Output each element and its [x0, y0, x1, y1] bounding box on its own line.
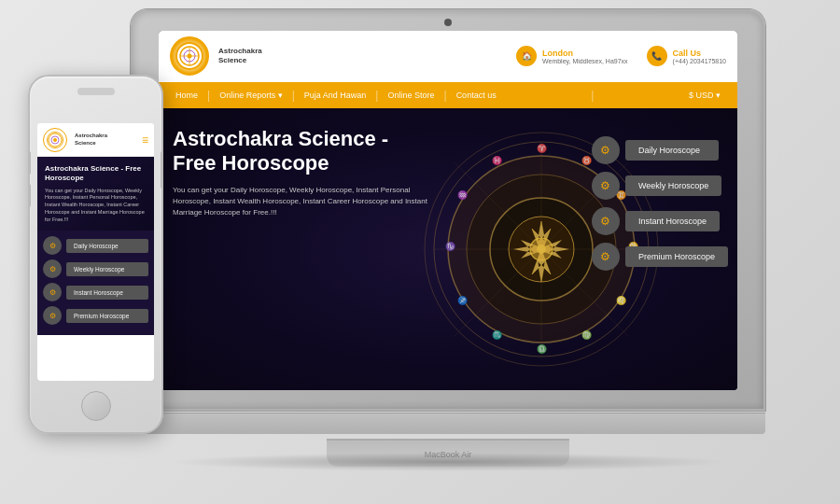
phone-body: AstrochakraScience ≡ Astrochakra Science… [28, 75, 163, 434]
phone-btn-daily-label: Daily Horoscope [66, 239, 148, 253]
phone-hero: Astrochakra Science - Free Horoscope You… [37, 157, 154, 231]
home-icon: 🏠 [516, 46, 537, 66]
currency-selector[interactable]: $ USD ▾ [681, 91, 728, 100]
svg-point-32 [537, 245, 546, 254]
hamburger-icon[interactable]: ≡ [142, 133, 148, 147]
phone: AstrochakraScience ≡ Astrochakra Science… [28, 75, 163, 434]
phone-hero-desc: You can get your Daily Horoscope, Weekly… [45, 188, 147, 223]
btn-instant[interactable]: ⚙ Instant Horoscope [592, 207, 728, 235]
phone-buttons: ⚙ Daily Horoscope ⚙ Weekly Horoscope ⚙ I… [37, 231, 154, 335]
phone-btn-instant-icon: ⚙ [43, 283, 62, 301]
contact-phone: 📞 Call Us (+44) 2034175810 [647, 46, 726, 66]
svg-text:♏: ♏ [492, 329, 503, 341]
phone-btn-weekly-label: Weekly Horoscope [66, 262, 148, 276]
location-sub: Wembley, Middlesex, Ha97xx [542, 58, 628, 64]
phone-power-btn [161, 151, 163, 189]
svg-text:♎: ♎ [537, 343, 548, 355]
svg-text:♍: ♍ [581, 329, 593, 341]
phone-site-header: AstrochakraScience ≡ [37, 123, 154, 157]
call-label: Call Us [673, 49, 726, 58]
btn-instant-icon: ⚙ [592, 207, 620, 235]
svg-text:♑: ♑ [445, 241, 456, 252]
hero-content: Astrochakra Science - Free Horoscope You… [173, 127, 434, 219]
svg-point-35 [53, 138, 57, 142]
phone-home-button[interactable] [81, 391, 111, 421]
hero-buttons: ⚙ Daily Horoscope ⚙ Weekly Horoscope ⚙ I… [592, 136, 728, 271]
phone-vol-up-btn [28, 151, 31, 175]
location-label: London [542, 49, 628, 58]
laptop-camera [444, 19, 452, 26]
btn-daily[interactable]: ⚙ Daily Horoscope [592, 136, 728, 164]
svg-text:♒: ♒ [457, 189, 469, 201]
svg-text:♓: ♓ [492, 155, 503, 166]
btn-weekly-label: Weekly Horoscope [625, 175, 721, 196]
phone-camera [77, 88, 115, 95]
svg-text:♐: ♐ [457, 295, 469, 306]
svg-point-4 [188, 54, 192, 59]
btn-weekly[interactable]: ⚙ Weekly Horoscope [592, 172, 728, 200]
site-hero: ♈ ♉ ♊ ♋ ♌ ♍ ♎ ♏ ♐ ♑ ♒ ♓ [159, 108, 737, 390]
laptop-screen: AstrochakraScience 🏠 London Wembley, Mid… [159, 31, 737, 390]
contact-location: 🏠 London Wembley, Middlesex, Ha97xx [516, 46, 628, 66]
btn-weekly-icon: ⚙ [592, 172, 620, 200]
phone-hero-title: Astrochakra Science - Free Horoscope [45, 164, 147, 184]
nav-puja[interactable]: Puja And Hawan [297, 82, 374, 108]
laptop-bezel: AstrochakraScience 🏠 London Wembley, Mid… [131, 9, 765, 411]
phone-btn-instant[interactable]: ⚙ Instant Horoscope [43, 283, 148, 301]
btn-premium-icon: ⚙ [592, 243, 620, 271]
site-header: AstrochakraScience 🏠 London Wembley, Mid… [159, 31, 737, 82]
phone-btn-daily-icon: ⚙ [43, 236, 62, 255]
call-number: (+44) 2034175810 [673, 58, 726, 64]
hero-description: You can get your Daily Horoscope, Weekly… [173, 185, 434, 218]
phone-btn-weekly[interactable]: ⚙ Weekly Horoscope [43, 259, 148, 278]
phone-logo [43, 128, 67, 152]
laptop-base [131, 413, 765, 434]
svg-text:♉: ♉ [581, 155, 593, 166]
header-contact: 🏠 London Wembley, Middlesex, Ha97xx 📞 Ca… [516, 46, 726, 66]
phone-btn-instant-label: Instant Horoscope [66, 286, 148, 300]
btn-instant-label: Instant Horoscope [625, 211, 720, 231]
phone-btn-premium-icon: ⚙ [43, 306, 62, 325]
site-nav: Home | Online Reports ▾ | Puja And Hawan… [159, 82, 737, 108]
hero-title: Astrochakra Science - Free Horoscope [173, 127, 434, 176]
laptop: AstrochakraScience 🏠 London Wembley, Mid… [131, 9, 765, 467]
phone-logo-text: AstrochakraScience [75, 133, 107, 146]
btn-premium-label: Premium Horoscope [625, 246, 728, 267]
svg-text:♌: ♌ [616, 295, 627, 306]
logo-inner [175, 42, 203, 70]
phone-icon: 📞 [647, 46, 667, 66]
nav-reports[interactable]: Online Reports ▾ [212, 82, 290, 108]
nav-store[interactable]: Online Store [380, 82, 441, 108]
phone-btn-weekly-icon: ⚙ [43, 259, 62, 278]
btn-daily-icon: ⚙ [592, 136, 620, 164]
btn-daily-label: Daily Horoscope [625, 140, 719, 161]
site-logo [170, 36, 209, 76]
phone-screen: AstrochakraScience ≡ Astrochakra Science… [37, 123, 154, 381]
phone-btn-premium-label: Premium Horoscope [66, 309, 148, 323]
btn-premium[interactable]: ⚙ Premium Horoscope [592, 243, 728, 271]
phone-btn-daily[interactable]: ⚙ Daily Horoscope [43, 236, 148, 255]
laptop-shadow [168, 453, 728, 471]
phone-logo-inner [47, 132, 63, 148]
nav-contact[interactable]: Contact us [449, 82, 504, 108]
phone-btn-premium[interactable]: ⚙ Premium Horoscope [43, 306, 148, 325]
phone-vol-down-btn [28, 184, 31, 207]
logo-text: AstrochakraScience [218, 47, 262, 66]
nav-home[interactable]: Home [168, 82, 205, 108]
svg-text:♈: ♈ [537, 143, 548, 154]
